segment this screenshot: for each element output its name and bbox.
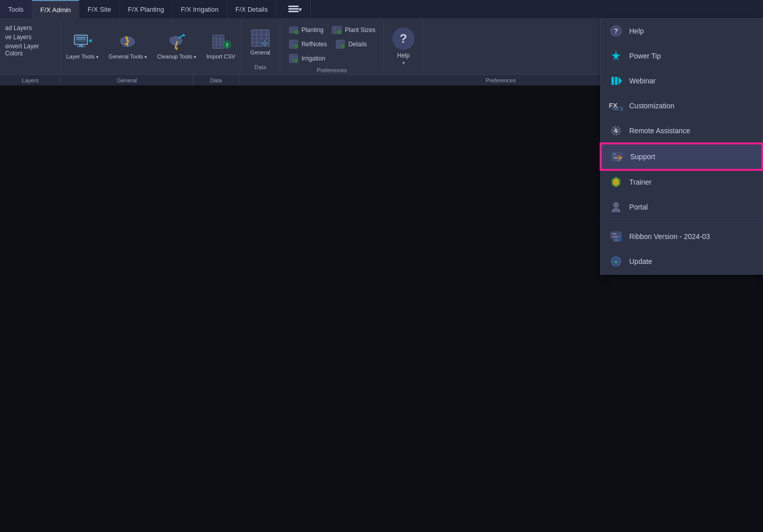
svg-rect-1 <box>288 8 299 10</box>
plant-sizes-pref-icon <box>332 25 342 35</box>
help-label: Help <box>397 52 410 59</box>
preferences-section-label: Preferences <box>285 65 378 73</box>
preferences-top-row: Planting <box>285 23 378 37</box>
layers-item-load[interactable]: ad Layers <box>5 23 55 33</box>
irrigation-pref-label: Irrigation <box>302 55 326 62</box>
dropdown-remote-assistance-label: Remote Assistance <box>629 127 690 135</box>
svg-rect-110 <box>614 239 618 241</box>
import-csv-button[interactable]: Import CSV <box>201 20 241 72</box>
dropdown-item-trainer[interactable]: Trainer <box>601 170 762 195</box>
data-section-label: Data <box>245 62 276 70</box>
svg-text:↪FX: ↪FX <box>612 106 623 112</box>
webinar-icon <box>609 74 623 88</box>
general-bottom-label: General <box>61 75 193 85</box>
svg-rect-2 <box>288 11 299 12</box>
data-section: General Data <box>241 20 280 72</box>
tab-fx-admin[interactable]: F/X Admin <box>32 0 79 18</box>
svg-marker-20 <box>174 48 179 51</box>
plant-sizes-pref-button[interactable]: Plant Sizes <box>329 23 378 37</box>
help-dropdown-icon: ? <box>609 24 623 38</box>
svg-point-16 <box>169 37 176 43</box>
svg-rect-99 <box>613 158 619 159</box>
ribbon-tab-bar: Tools F/X Admin F/X Site F/X Planting F/… <box>0 0 763 18</box>
dropdown-webinar-label: Webinar <box>629 77 656 85</box>
svg-marker-86 <box>611 51 621 61</box>
svg-point-38 <box>264 43 266 44</box>
layers-item-convert[interactable]: onvert Layer Colors <box>5 42 55 58</box>
plant-sizes-pref-label: Plant Sizes <box>345 26 375 34</box>
layers-bottom-label: Layers <box>0 75 61 85</box>
dropdown-item-portal[interactable]: Portal <box>601 195 762 220</box>
dropdown-help-label: Help <box>629 27 644 35</box>
svg-rect-8 <box>79 45 83 46</box>
tab-fx-planting[interactable]: F/X Planting <box>120 0 173 18</box>
svg-point-82 <box>294 58 298 63</box>
planting-pref-button[interactable]: Planting <box>285 23 327 37</box>
general-tools-section: Layer Tools General Tools <box>61 20 241 72</box>
svg-rect-7 <box>76 41 85 43</box>
layers-section: ad Layers ve Layers onvert Layer Colors <box>0 20 61 72</box>
update-icon <box>609 254 623 269</box>
portal-icon <box>609 200 623 214</box>
general-data-label: General <box>250 49 270 56</box>
svg-rect-88 <box>615 77 618 85</box>
dropdown-customization-label: Customization <box>629 102 674 110</box>
dropdown-item-webinar[interactable]: Webinar <box>601 69 762 94</box>
tab-tools[interactable]: Tools <box>0 0 32 18</box>
svg-rect-87 <box>611 77 614 85</box>
layer-tools-icon <box>72 32 93 52</box>
svg-point-102 <box>618 156 620 158</box>
tab-fx-irrigation[interactable]: F/X Irrigation <box>172 0 227 18</box>
refnotes-pref-button[interactable]: RefNotes <box>285 38 330 51</box>
dropdown-item-power-tip[interactable]: Power Tip <box>601 44 762 69</box>
dropdown-item-support[interactable]: Support <box>601 143 762 170</box>
dropdown-portal-label: Portal <box>629 203 648 211</box>
svg-marker-89 <box>619 77 622 85</box>
svg-text:?: ? <box>614 27 619 35</box>
svg-point-47 <box>295 30 299 34</box>
svg-rect-9 <box>77 46 84 47</box>
trainer-icon <box>609 175 623 189</box>
tab-fx-details[interactable]: F/X Details <box>227 0 277 18</box>
dropdown-item-help[interactable]: ? Help <box>601 19 762 44</box>
planting-pref-label: Planting <box>302 26 324 34</box>
planting-pref-icon <box>288 25 299 35</box>
dropdown-item-customization[interactable]: FX ↪FX Customization <box>601 94 762 119</box>
layers-item-save[interactable]: ve Layers <box>5 33 55 42</box>
svg-point-68 <box>294 44 298 48</box>
help-arrow: ▾ <box>402 60 405 66</box>
details-pref-button[interactable]: Details <box>332 38 370 51</box>
irrigation-pref-icon <box>288 53 299 64</box>
dropdown-item-ribbon-version[interactable]: i Ribbon Version - 2024-03 <box>601 224 762 249</box>
refnotes-pref-icon <box>288 39 299 49</box>
preferences-section: Planting <box>280 20 384 72</box>
dropdown-item-remote-assistance[interactable]: Remote Assistance <box>601 119 762 143</box>
general-data-icon <box>250 28 271 48</box>
svg-point-75 <box>341 44 345 48</box>
general-tools-label: General Tools <box>109 53 147 60</box>
help-icon: ? <box>392 27 415 50</box>
support-icon <box>610 150 624 164</box>
dropdown-divider <box>601 222 762 222</box>
customization-icon: FX ↪FX <box>609 99 623 113</box>
general-data-button[interactable]: General <box>245 22 276 62</box>
layer-tools-button[interactable]: Layer Tools <box>61 20 104 72</box>
cleanup-tools-button[interactable]: Cleanup Tools <box>152 20 201 72</box>
dropdown-power-tip-label: Power Tip <box>629 52 661 60</box>
dropdown-trainer-label: Trainer <box>629 178 652 186</box>
svg-point-57 <box>337 30 341 34</box>
remote-assistance-icon <box>609 124 623 138</box>
svg-rect-0 <box>288 6 299 7</box>
power-tip-icon <box>609 49 623 63</box>
ribbon-content: ad Layers ve Layers onvert Layer Colors <box>0 18 763 74</box>
tab-profile[interactable]: ▾ <box>280 0 311 18</box>
tab-fx-site[interactable]: F/X Site <box>79 0 120 18</box>
svg-rect-97 <box>613 154 615 155</box>
irrigation-pref-button[interactable]: Irrigation <box>285 52 329 65</box>
general-tools-button[interactable]: General Tools <box>104 20 152 72</box>
svg-marker-10 <box>89 39 92 43</box>
details-pref-label: Details <box>348 41 367 48</box>
help-button[interactable]: ? Help ▾ <box>384 20 423 72</box>
dropdown-item-update[interactable]: Update <box>601 249 762 274</box>
ribbon: Tools F/X Admin F/X Site F/X Planting F/… <box>0 0 763 85</box>
